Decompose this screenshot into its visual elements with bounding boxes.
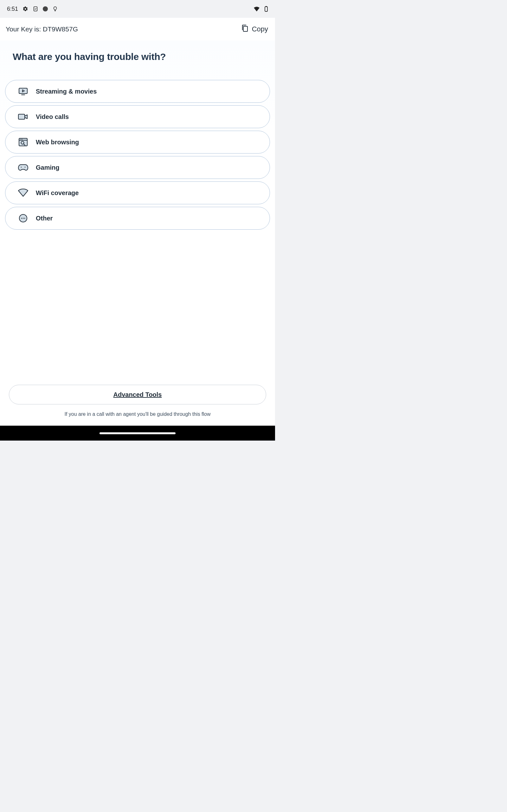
svg-point-10 [20,139,21,140]
status-bar: 6:51 [0,0,275,18]
svg-point-19 [23,218,24,219]
copy-label: Copy [252,25,268,33]
video-camera-icon [17,111,29,122]
home-handle[interactable] [100,432,176,434]
svg-point-12 [22,139,23,140]
option-label: Web browsing [36,139,79,146]
copy-icon [241,24,249,34]
main-content: What are you having trouble with? Stream… [0,41,275,426]
gamepad-icon [17,162,29,173]
option-web-browsing[interactable]: Web browsing [5,131,270,154]
option-label: WiFi coverage [36,189,78,197]
gear-icon [22,6,28,12]
svg-point-15 [21,167,22,168]
option-label: Other [36,215,53,222]
option-wifi-coverage[interactable]: WiFi coverage [5,182,270,204]
option-gaming[interactable]: Gaming [5,156,270,179]
svg-rect-4 [19,88,27,94]
option-other[interactable]: Other [5,207,270,230]
page-title: What are you having trouble with? [13,51,270,62]
svg-point-20 [24,218,25,219]
svg-point-18 [21,218,22,219]
svg-point-16 [25,167,26,168]
dot-icon [43,6,48,11]
footer: Advanced Tools If you are in a call with… [6,385,269,417]
status-bar-right [253,6,268,12]
status-bar-left: 6:51 [7,6,58,12]
svg-point-11 [21,139,22,140]
battery-icon [264,6,268,12]
advanced-tools-button[interactable]: Advanced Tools [9,385,266,404]
checklist-icon [33,6,38,12]
option-label: Streaming & movies [36,88,97,95]
svg-rect-7 [18,114,25,119]
option-label: Video calls [36,113,69,120]
wifi-triangle-icon [17,187,29,199]
copy-button[interactable]: Copy [241,24,269,34]
footer-note: If you are in a call with an agent you'l… [6,411,269,417]
navigation-bar [0,426,275,441]
key-bar: Your Key is: DT9W857G Copy [0,18,275,41]
browser-search-icon [17,136,29,148]
option-video-calls[interactable]: Video calls [5,105,270,128]
advanced-tools-label: Advanced Tools [113,391,162,398]
play-video-icon [17,86,29,97]
option-label: Gaming [36,164,59,171]
svg-rect-2 [266,6,267,7]
key-label: Your Key is: DT9W857G [6,26,78,33]
more-dots-icon [17,212,29,224]
status-time: 6:51 [7,6,18,12]
svg-rect-1 [265,7,268,11]
bulb-icon [52,6,58,12]
svg-rect-3 [243,26,247,32]
wifi-icon [253,6,260,11]
option-streaming-and-movies[interactable]: Streaming & movies [5,80,270,103]
